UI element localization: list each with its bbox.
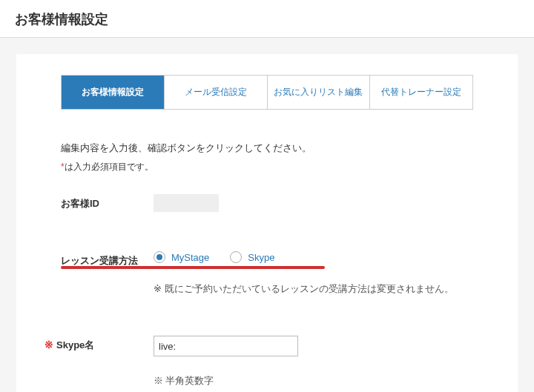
required-note: *は入力必須項目です。 <box>61 161 473 173</box>
skype-name-label: Skype名 <box>56 339 94 351</box>
lesson-method-note: ※既にご予約いただいているレッスンの受講方法は変更されません。 <box>154 281 473 299</box>
skype-name-label-wrap: ※Skype名 <box>61 336 154 352</box>
field-skype-name: ※Skype名 <box>61 336 473 356</box>
skype-name-input[interactable] <box>154 336 298 356</box>
page-header: お客様情報設定 <box>0 0 534 38</box>
content-area: 編集内容を入力後、確認ボタンをクリックしてください。 *は入力必須項目です。 お… <box>16 110 518 392</box>
highlight-underline <box>61 266 325 269</box>
radio-skype[interactable]: Skype <box>230 251 274 263</box>
skype-required-marker: ※ <box>44 339 53 351</box>
tab-customer-info[interactable]: お客様情報設定 <box>62 76 165 109</box>
field-lesson-method: レッスン受講方法 MyStage Skype <box>61 251 473 268</box>
page-title: お客様情報設定 <box>15 10 519 28</box>
customer-id-label: お客様ID <box>61 194 154 210</box>
note-mark: ※ <box>154 284 162 294</box>
instruction-line: 編集内容を入力後、確認ボタンをクリックしてください。 <box>61 139 473 156</box>
main-panel: お客様情報設定 メール受信設定 お気に入りリスト編集 代替トレーナー設定 編集内… <box>16 54 518 392</box>
lesson-method-radios: MyStage Skype <box>154 251 473 268</box>
radio-skype-label: Skype <box>248 252 274 263</box>
field-customer-id: お客様ID <box>61 194 473 214</box>
tab-favorite-list[interactable]: お気に入りリスト編集 <box>268 76 371 109</box>
radio-icon <box>154 251 165 263</box>
skype-notes: ※ 半角英数字 レッスン受講時に問題が生じた場合は、トレーナーからSkypeにて… <box>154 373 473 392</box>
tab-substitute-trainer[interactable]: 代替トレーナー設定 <box>370 76 472 109</box>
lesson-method-label: レッスン受講方法 <box>61 251 154 268</box>
note-mark: ※ <box>154 376 163 386</box>
radio-mystage-label: MyStage <box>171 252 209 263</box>
customer-id-value <box>154 194 219 212</box>
radio-icon <box>230 251 242 263</box>
tab-bar: お客様情報設定 メール受信設定 お気に入りリスト編集 代替トレーナー設定 <box>61 75 473 110</box>
radio-mystage[interactable]: MyStage <box>154 251 209 263</box>
tab-mail-settings[interactable]: メール受信設定 <box>165 76 268 109</box>
lesson-method-note-text: 既にご予約いただいているレッスンの受講方法は変更されません。 <box>165 284 454 294</box>
skype-format-note: 半角英数字 <box>165 376 214 386</box>
required-text: は入力必須項目です。 <box>65 162 154 172</box>
